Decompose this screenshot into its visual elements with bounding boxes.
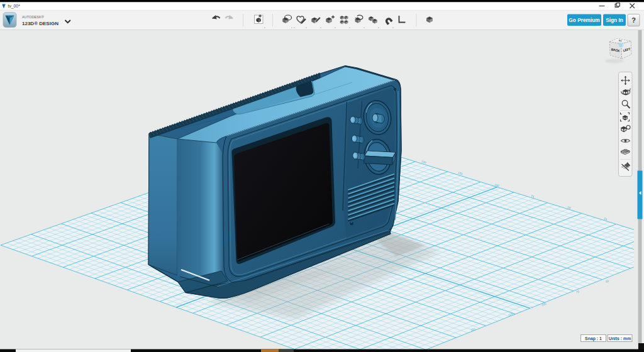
svg-text:Sign In: Sign In: [606, 17, 623, 23]
svg-text:tv_00*: tv_00*: [8, 4, 21, 9]
svg-text:Go Premium: Go Premium: [569, 17, 599, 23]
svg-text:Snap : 1: Snap : 1: [585, 336, 602, 341]
svg-text:?: ?: [631, 16, 636, 24]
svg-text:Units : mm: Units : mm: [609, 336, 631, 341]
svg-text:AUTODESK®: AUTODESK®: [22, 15, 45, 19]
svg-text:B0: B0: [619, 40, 622, 43]
svg-text:123D® DESIGN: 123D® DESIGN: [22, 21, 58, 26]
